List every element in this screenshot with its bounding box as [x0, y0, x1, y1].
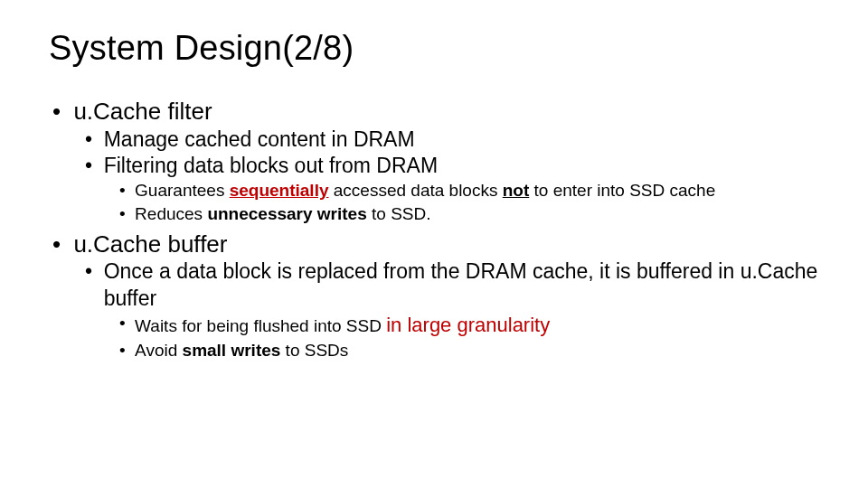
- emphasis-text: not: [503, 181, 530, 200]
- bullet-level3: • Guarantees sequentially accessed data …: [119, 179, 819, 202]
- bullet-dot-icon: •: [119, 339, 135, 362]
- bullet-dot-icon: •: [85, 127, 104, 153]
- bullet-dot-icon: •: [119, 312, 135, 339]
- text-fragment: Waits for being flushed into SSD: [135, 316, 386, 335]
- bullet-level2: • Manage cached content in DRAM: [85, 127, 819, 153]
- text-fragment: to SSDs: [280, 341, 348, 360]
- bullet-dot-icon: •: [52, 97, 73, 127]
- emphasis-text: small writes: [183, 341, 281, 360]
- bullet-text: Once a data block is replaced from the D…: [104, 258, 819, 312]
- bullet-dot-icon: •: [119, 179, 135, 202]
- bullet-text: Guarantees sequentially accessed data bl…: [135, 179, 819, 202]
- bullet-text: Filtering data blocks out from DRAM: [104, 153, 819, 179]
- bullet-text: u.Cache filter: [73, 97, 819, 127]
- text-fragment: accessed data blocks: [329, 181, 503, 200]
- bullet-level3: • Reduces unnecessary writes to SSD.: [119, 202, 819, 226]
- bullet-text: Manage cached content in DRAM: [104, 127, 819, 153]
- text-fragment: Avoid: [135, 341, 182, 360]
- bullet-dot-icon: •: [52, 230, 73, 259]
- bullet-dot-icon: •: [85, 153, 104, 179]
- bullet-text: Waits for being flushed into SSD in larg…: [135, 312, 819, 339]
- text-fragment: Guarantees: [135, 181, 230, 200]
- emphasis-text: in large granularity: [386, 314, 550, 336]
- bullet-level3: • Avoid small writes to SSDs: [119, 339, 819, 362]
- bullet-level1: • u.Cache filter: [52, 97, 819, 127]
- bullet-text: Reduces unnecessary writes to SSD.: [135, 202, 819, 226]
- bullet-level2: • Once a data block is replaced from the…: [85, 258, 819, 312]
- emphasis-text: sequentially: [230, 181, 329, 200]
- text-fragment: to SSD.: [367, 204, 431, 223]
- text-fragment: to enter into SSD cache: [529, 181, 715, 200]
- bullet-text: Avoid small writes to SSDs: [135, 339, 819, 362]
- bullet-level2: • Filtering data blocks out from DRAM: [85, 153, 819, 179]
- emphasis-text: unnecessary writes: [207, 204, 366, 223]
- bullet-level3: • Waits for being flushed into SSD in la…: [119, 312, 819, 339]
- bullet-level1: • u.Cache buffer: [52, 230, 819, 259]
- bullet-text: u.Cache buffer: [73, 230, 819, 259]
- bullet-dot-icon: •: [119, 202, 135, 226]
- text-fragment: Reduces: [135, 204, 207, 223]
- slide-title: System Design(2/8): [49, 29, 819, 68]
- bullet-dot-icon: •: [85, 258, 104, 312]
